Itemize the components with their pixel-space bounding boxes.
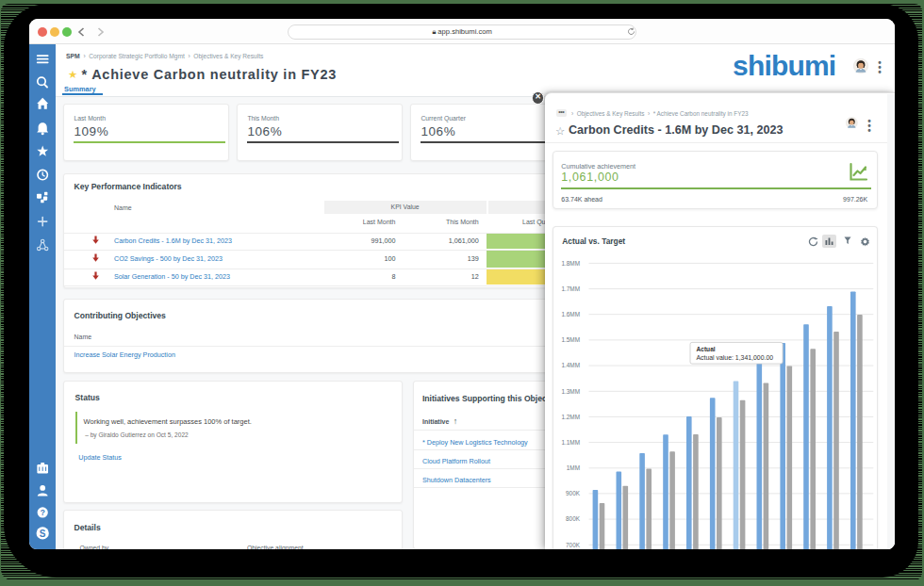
svg-text:800K: 800K	[566, 515, 581, 522]
svg-text:1.2MM: 1.2MM	[561, 414, 580, 420]
svg-text:1.3MM: 1.3MM	[561, 388, 580, 395]
svg-text:Actual value: 1,341,000.00: Actual value: 1,341,000.00	[696, 354, 773, 361]
svg-text:1.6MM: 1.6MM	[561, 311, 580, 317]
svg-text:1.8MM: 1.8MM	[561, 260, 580, 267]
svg-text:1.7MM: 1.7MM	[561, 285, 580, 292]
svg-text:700K: 700K	[566, 542, 581, 548]
svg-text:1MM: 1MM	[566, 464, 579, 471]
svg-text:1.5MM: 1.5MM	[561, 336, 580, 343]
svg-text:900K: 900K	[566, 490, 581, 496]
svg-text:1.4MM: 1.4MM	[561, 362, 580, 368]
svg-text:Actual: Actual	[696, 346, 715, 352]
svg-text:1.1MM: 1.1MM	[561, 439, 580, 446]
svg-text:?: ?	[41, 508, 45, 517]
svg-text:S: S	[40, 529, 46, 539]
